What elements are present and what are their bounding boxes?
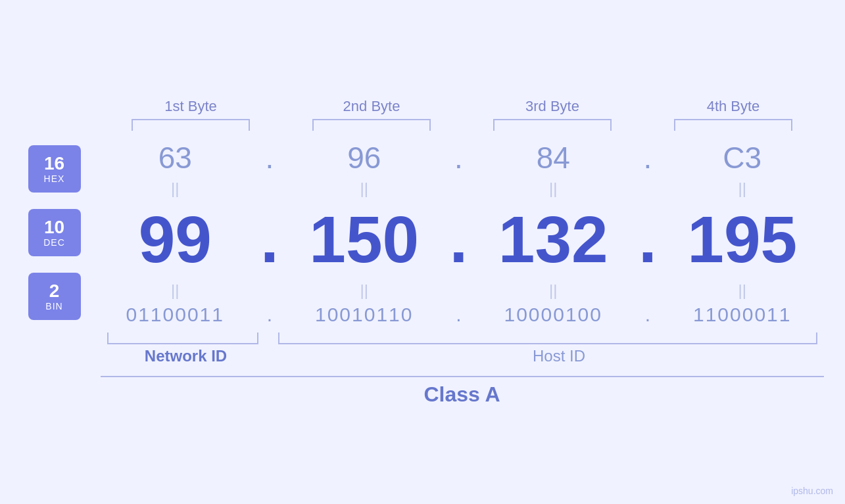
- main-container: 1st Byte 2nd Byte 3rd Byte 4th Byte 16 H…: [0, 0, 845, 504]
- values-grid: 63 . 96 . 84 . C3: [94, 137, 824, 329]
- dec-badge-label: DEC: [43, 237, 65, 248]
- bin-value-3: 10000100: [504, 304, 602, 326]
- byte-headers: 1st Byte 2nd Byte 3rd Byte 4th Byte: [101, 98, 824, 131]
- watermark: ipshu.com: [791, 486, 833, 496]
- bin-cell-3: 10000100: [472, 304, 635, 326]
- hex-cell-4: C3: [661, 140, 824, 175]
- dec-cell-2: 150: [283, 206, 446, 272]
- bottom-section: Network ID Host ID: [101, 332, 824, 365]
- hex-value-1: 63: [158, 140, 192, 175]
- dec-value-2: 150: [309, 206, 419, 272]
- bin-cell-4: 11000011: [661, 304, 824, 326]
- bin-value-4: 11000011: [693, 304, 791, 326]
- eq-sym-7: ||: [472, 281, 635, 300]
- bin-value-1: 01100011: [126, 304, 224, 326]
- class-row: Class A: [101, 376, 824, 407]
- byte-label-2: 2nd Byte: [343, 98, 400, 115]
- eq-sym-5: ||: [94, 281, 257, 300]
- byte-col-2: 2nd Byte: [281, 98, 462, 131]
- bin-row: 01100011 . 10010110 . 10000100 .: [94, 301, 824, 329]
- hex-badge-num: 16: [44, 154, 64, 174]
- dec-value-4: 195: [687, 206, 797, 272]
- dec-cell-1: 99: [94, 206, 257, 272]
- dec-badge: 10 DEC: [28, 209, 81, 256]
- bin-dot-2: .: [446, 304, 472, 326]
- hex-dot-2: .: [446, 140, 472, 175]
- byte-label-1: 1st Byte: [164, 98, 216, 115]
- eq-sym-4: ||: [661, 179, 824, 198]
- eq-sym-2: ||: [283, 179, 446, 198]
- hex-value-4: C3: [723, 140, 761, 175]
- hex-badge-label: HEX: [44, 173, 65, 184]
- dec-badge-num: 10: [44, 218, 64, 238]
- bin-badge-num: 2: [49, 281, 60, 302]
- byte-label-4: 4th Byte: [707, 98, 760, 115]
- byte-col-3: 3rd Byte: [462, 98, 643, 131]
- dec-value-1: 99: [139, 206, 212, 272]
- hex-cell-1: 63: [94, 140, 257, 175]
- hex-cell-3: 84: [472, 140, 635, 175]
- eq-sym-1: ||: [94, 179, 257, 198]
- hex-cell-2: 96: [283, 140, 446, 175]
- byte-label-3: 3rd Byte: [525, 98, 579, 115]
- bracket-top-1: [132, 119, 250, 131]
- dec-cell-4: 195: [661, 206, 824, 272]
- dec-row: 99 . 150 . 132 . 195: [94, 199, 824, 280]
- main-grid: 16 HEX 10 DEC 2 BIN 63 .: [22, 137, 824, 329]
- equals-row-2: || || || ||: [94, 280, 824, 301]
- bracket-network: [107, 332, 258, 344]
- bracket-top-3: [493, 119, 612, 131]
- bin-badge-label: BIN: [45, 301, 62, 311]
- badges-column: 16 HEX 10 DEC 2 BIN: [22, 137, 94, 329]
- dec-cell-3: 132: [472, 206, 635, 272]
- class-label: Class A: [423, 382, 500, 407]
- hex-dot-3: .: [635, 140, 661, 175]
- hex-row: 63 . 96 . 84 . C3: [94, 137, 824, 178]
- hex-badge: 16 HEX: [28, 145, 81, 193]
- dec-dot-2: .: [446, 202, 472, 277]
- eq-sym-8: ||: [661, 281, 824, 300]
- dec-dot-1: .: [256, 202, 283, 277]
- bin-cell-1: 01100011: [94, 304, 257, 326]
- hex-value-3: 84: [537, 140, 570, 175]
- byte-col-1: 1st Byte: [101, 98, 281, 131]
- bin-badge: 2 BIN: [28, 273, 81, 320]
- hex-value-2: 96: [347, 140, 381, 175]
- dec-value-3: 132: [498, 206, 608, 272]
- eq-sym-3: ||: [472, 179, 635, 198]
- eq-sym-6: ||: [283, 281, 446, 300]
- hex-dot-1: .: [256, 140, 283, 175]
- bin-dot-3: .: [635, 304, 661, 326]
- brackets-row: [101, 332, 824, 344]
- bin-dot-1: .: [256, 304, 283, 326]
- class-line: [101, 376, 824, 377]
- bracket-top-2: [312, 119, 431, 131]
- equals-row-1: || || || ||: [94, 178, 824, 199]
- bracket-gap: [258, 332, 278, 344]
- bin-value-2: 10010110: [315, 304, 413, 326]
- byte-col-4: 4th Byte: [643, 98, 824, 131]
- bracket-host: [278, 332, 817, 344]
- bracket-top-4: [674, 119, 792, 131]
- network-id-label: Network ID: [104, 347, 268, 365]
- bin-cell-2: 10010110: [283, 304, 446, 326]
- dec-dot-3: .: [635, 202, 661, 277]
- labels-row: Network ID Host ID: [101, 347, 824, 365]
- host-id-label: Host ID: [295, 347, 824, 365]
